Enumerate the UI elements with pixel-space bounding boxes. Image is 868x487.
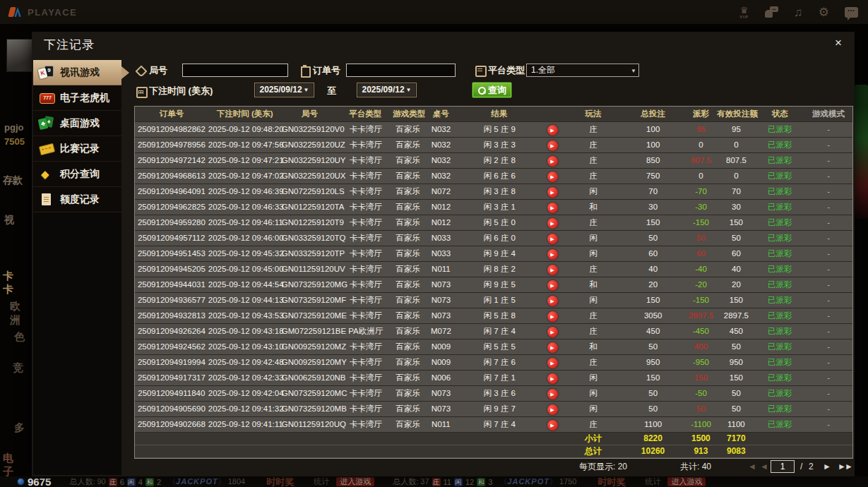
chat-bubble-icon[interactable] [845, 7, 858, 18]
replay-button[interactable]: ▶ [547, 125, 558, 136]
cell-game-mode: - [804, 339, 852, 354]
sidebar-item-points-query[interactable]: 积分查询 [33, 162, 121, 187]
replay-button[interactable]: ▶ [547, 358, 558, 368]
ticker-stats: 总人数: 37庄11闲12和3〈JACKPOT〉 1750 [393, 476, 576, 487]
cell-payout: 0 [685, 138, 718, 152]
cell-order-no: 250912094917317 [135, 371, 208, 385]
replay-button[interactable]: ▶ [547, 327, 558, 337]
coin-icon [17, 478, 25, 486]
prev-page-icon[interactable]: ◄ [760, 459, 768, 474]
date-from-picker[interactable]: 2025/09/12▼ [254, 83, 314, 97]
cell-valid-bet: 0 [717, 138, 755, 152]
replay-button[interactable]: ▶ [547, 265, 558, 275]
cell-platform: 卡卡湾厅 [338, 246, 393, 261]
replay-button[interactable]: ▶ [547, 342, 558, 353]
enter-game-button[interactable]: 进入游戏 [336, 477, 374, 486]
cell-game-mode: - [804, 138, 852, 152]
music-icon[interactable]: ♫ [794, 6, 803, 18]
cell-status: 已派彩 [755, 169, 804, 184]
cell-payout: 807.5 [685, 153, 718, 168]
page-input[interactable]: 1 [771, 460, 795, 473]
cell-result: 闲 2 庄 8 [459, 153, 540, 168]
first-page-icon[interactable]: ◄ [748, 459, 756, 474]
cell-result: 闲 5 庄 9 [459, 122, 540, 137]
cell-table-no: N009 [422, 339, 459, 354]
sidebar-item-table-games[interactable]: 桌面游戏 [33, 111, 121, 136]
cell-bet-time: 2025-09-12 09:47:02 [208, 169, 282, 184]
cell-platform: 卡卡湾厅 [338, 293, 393, 308]
sidebar-item-live-games[interactable]: 视讯游戏 [33, 60, 121, 85]
replay-button[interactable]: ▶ [547, 172, 558, 182]
cell-bet-time: 2025-09-12 09:41:32 [208, 402, 282, 416]
next-page-icon[interactable]: ► [823, 459, 831, 474]
round-no-input[interactable] [182, 64, 288, 77]
cell-status: 已派彩 [755, 386, 804, 401]
cell-round-no: GN032259120V0 [282, 122, 338, 137]
settings-gear-icon[interactable]: ⚙ [819, 6, 829, 18]
subtotal-row-label: 小计 [565, 433, 622, 445]
close-icon[interactable]: × [831, 36, 845, 50]
cell-total-bet: 50 [622, 339, 685, 354]
replay-button[interactable]: ▶ [547, 280, 558, 291]
header-game-type: 游戏类型 [393, 107, 422, 121]
replay-button[interactable]: ▶ [547, 311, 558, 322]
cell-order-no: 250912094905690 [135, 402, 208, 416]
date-to-picker[interactable]: 2025/09/12▼ [357, 83, 417, 97]
cell-replay: ▶ [540, 417, 565, 432]
replay-button[interactable]: ▶ [547, 373, 558, 384]
cell-order-no: 250912094968613 [135, 169, 208, 184]
platform-icon [475, 65, 485, 75]
order-no-label: 订单号 [299, 64, 340, 77]
cell-status: 已派彩 [755, 231, 804, 246]
cell-game-mode: - [804, 169, 852, 184]
clipboard-icon [299, 65, 310, 75]
cell-bet-type: 庄 [565, 417, 622, 432]
last-page-icon[interactable]: ►► [838, 459, 852, 474]
cell-bet-type: 庄 [565, 169, 622, 184]
cell-empty [804, 433, 852, 445]
cell-table-no: M072 [422, 324, 459, 339]
replay-button[interactable]: ▶ [547, 187, 558, 198]
enter-game-button[interactable]: 进入游戏 [667, 477, 706, 486]
cell-status: 已派彩 [755, 246, 804, 261]
cell-payout: 2897.5 [685, 308, 718, 323]
replay-button[interactable]: ▶ [547, 234, 558, 244]
cell-bet-type: 和 [565, 339, 622, 354]
stats-button[interactable]: 统计 [645, 476, 660, 487]
order-no-input[interactable] [346, 64, 456, 77]
table-row: 2509120949592802025-09-12 09:46:11GN0122… [135, 215, 852, 231]
cell-round-no: GN012259120TA [282, 200, 338, 215]
cell-order-no: 250912094944031 [135, 277, 208, 292]
header-order-no: 订单号 [135, 107, 208, 121]
customer-service-icon[interactable] [764, 6, 778, 18]
sidebar-item-slots[interactable]: 电子老虎机 [33, 85, 121, 111]
cell-round-no: GN006259120NB [282, 371, 338, 385]
replay-button[interactable]: ▶ [547, 156, 558, 167]
cell-status: 已派彩 [755, 402, 804, 416]
search-button[interactable]: 查询 [472, 82, 512, 98]
platform-select[interactable]: 1.全部 [526, 64, 639, 77]
cell-game-mode: - [804, 355, 852, 370]
cell-order-no: 250912094982862 [135, 122, 208, 137]
cell-game-type: 百家乐 [393, 371, 423, 385]
replay-button[interactable]: ▶ [547, 140, 558, 151]
bg-username: pgjo [4, 122, 23, 133]
sidebar-item-match-records[interactable]: 比赛记录 [33, 136, 121, 162]
stats-button[interactable]: 统计 [314, 476, 329, 487]
replay-button[interactable]: ▶ [547, 249, 558, 260]
replay-button[interactable]: ▶ [547, 420, 558, 431]
replay-button[interactable]: ▶ [547, 389, 558, 399]
cell-round-no: GN011259120UV [282, 262, 338, 277]
cell-valid-bet: 50 [717, 386, 755, 401]
cell-bet-type: 庄 [565, 153, 622, 168]
playace-logo[interactable]: PLAYACE [8, 6, 77, 18]
replay-button[interactable]: ▶ [547, 203, 558, 213]
sidebar-item-quota-records[interactable]: 额度记录 [33, 187, 121, 212]
vip-icon[interactable]: ♛VIP [739, 6, 749, 19]
cell-result: 闲 3 庄 1 [459, 200, 540, 215]
replay-button[interactable]: ▶ [547, 218, 558, 229]
replay-button[interactable]: ▶ [547, 296, 558, 306]
cell-total-bet: 950 [622, 355, 685, 370]
cell-empty [755, 433, 804, 445]
replay-button[interactable]: ▶ [547, 404, 558, 415]
